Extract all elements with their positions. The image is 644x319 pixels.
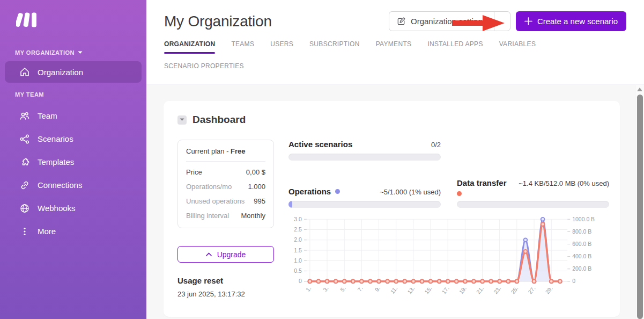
content-area: Dashboard Current plan - Free Price0,00 … [146,84,644,319]
home-icon [19,67,30,77]
active-scenarios-value: 0/2 [431,141,441,149]
create-scenario-button[interactable]: Create a new scenario [516,11,626,31]
svg-text:19.: 19. [458,285,468,295]
chevron-down-icon [180,118,184,121]
sidebar-item-label: Connections [38,180,82,190]
usage-chart: 3.02.52.01.51.00.501000.0 B800.0 B600.0 … [288,214,609,311]
plus-icon [524,17,532,25]
sidebar-item-label: More [38,227,56,236]
tab-organization[interactable]: ORGANIZATION [164,40,215,54]
svg-text:15.: 15. [424,285,433,295]
data-transfer-label: Data transfer [457,178,507,187]
organization-settings-button[interactable]: Organization settings [389,11,510,31]
app-root: MY ORGANIZATION Organization MY TEAM Tea… [0,0,644,319]
sidebar-item-scenarios[interactable]: Scenarios [0,127,146,150]
settings-dropdown-toggle[interactable] [494,12,510,31]
sidebar-item-label: Scenarios [38,134,73,143]
edit-icon [397,17,406,26]
sidebar-item-templates[interactable]: Templates [0,150,146,173]
upgrade-button[interactable]: Upgrade [177,246,274,263]
svg-text:800.0 B: 800.0 B [572,229,591,235]
data-transfer-block: Data transfer ~1.4 KB/512.0 MB (0% used) [457,178,609,208]
active-scenarios-bar [288,154,441,161]
tab-teams[interactable]: TEAMS [231,40,254,54]
sidebar-item-webhooks[interactable]: Webhooks [0,197,146,220]
svg-text:1.: 1. [305,285,312,293]
make-logo-icon[interactable] [16,12,40,28]
svg-text:600.0 B: 600.0 B [572,241,591,247]
svg-text:1.0: 1.0 [294,258,302,264]
tab-variables[interactable]: VARIABLES [499,40,536,54]
operations-bar [288,201,441,208]
svg-text:21.: 21. [475,285,485,295]
data-transfer-value: ~1.4 KB/512.0 MB (0% used) [519,178,609,189]
svg-text:29.: 29. [544,285,554,295]
operations-dot [335,189,340,194]
tab-scenario-properties[interactable]: SCENARIO PROPERTIES [164,62,244,76]
svg-text:0: 0 [299,278,302,284]
scrollbar-thumb[interactable] [637,95,643,319]
page-header: My Organization Organization settings Cr… [146,0,644,84]
templates-icon [19,157,30,168]
svg-text:400.0 B: 400.0 B [572,253,591,259]
svg-text:1.5: 1.5 [294,248,302,253]
svg-text:2.0: 2.0 [294,237,302,243]
plan-row-billing: Billing intervalMonthly [186,212,265,220]
sidebar-item-label: Webhooks [38,204,76,213]
scrollbar[interactable] [635,85,644,319]
collapse-toggle[interactable] [177,115,187,125]
dashboard-title: Dashboard [193,114,246,126]
svg-text:200.0 B: 200.0 B [572,266,591,272]
sidebar-item-more[interactable]: More [0,220,146,243]
chevron-up-icon [206,252,212,256]
page-title: My Organization [164,13,272,30]
svg-text:27.: 27. [527,285,537,295]
svg-text:7.: 7. [357,285,364,293]
chevron-down-icon [78,51,83,54]
tab-installed-apps[interactable]: INSTALLED APPS [427,40,483,54]
team-icon [19,111,30,121]
organization-settings-label: Organization settings [411,17,486,26]
scenarios-icon [19,134,30,144]
active-scenarios-label: Active scenarios [288,140,352,149]
svg-text:5.: 5. [339,285,347,293]
more-icon [19,226,30,237]
usage-reset-title: Usage reset [177,276,274,285]
svg-text:0: 0 [572,278,575,284]
svg-text:11.: 11. [389,285,398,295]
svg-text:9.: 9. [374,285,381,293]
usage-reset-value: 23 jun 2025, 13:17:32 [177,290,274,298]
connections-icon [19,180,30,191]
svg-text:25.: 25. [510,285,520,295]
sidebar-item-connections[interactable]: Connections [0,173,146,197]
sidebar-item-label: Team [38,111,57,120]
current-plan-card: Current plan - Free Price0,00 $ Operatio… [177,140,274,228]
sidebar-item-team[interactable]: Team [0,104,146,127]
organization-switcher-label: MY ORGANIZATION [15,49,75,56]
plan-row-price: Price0,00 $ [186,168,265,176]
webhooks-icon [19,203,30,214]
sidebar-item-organization[interactable]: Organization [5,61,142,83]
tab-payments[interactable]: PAYMENTS [376,40,412,54]
tab-bar-row2: SCENARIO PROPERTIES [164,62,626,76]
operations-label: Operations [288,187,331,196]
svg-text:2.5: 2.5 [294,227,302,233]
scrollbar-up-arrow[interactable] [637,88,642,91]
data-transfer-dot [457,191,462,196]
tab-subscription[interactable]: SUBSCRIPTION [309,40,360,54]
svg-text:3.0: 3.0 [294,216,302,222]
plan-row-unused: Unused operations995 [186,197,265,205]
svg-text:3.: 3. [322,285,330,293]
tab-users[interactable]: USERS [270,40,293,54]
team-section-label: MY TEAM [15,91,134,98]
data-transfer-bar [457,201,609,208]
sidebar-item-label: Organization [38,68,83,77]
svg-text:0.5: 0.5 [294,268,302,274]
plan-row-operations: Operations/mo1.000 [186,183,265,191]
organization-switcher[interactable]: MY ORGANIZATION [15,49,134,56]
svg-text:13.: 13. [406,285,416,295]
sidebar-item-label: Templates [38,157,74,166]
active-scenarios-block: Active scenarios 0/2 [288,140,441,161]
upgrade-label: Upgrade [217,250,246,259]
tab-bar: ORGANIZATION TEAMS USERS SUBSCRIPTION PA… [164,40,626,54]
